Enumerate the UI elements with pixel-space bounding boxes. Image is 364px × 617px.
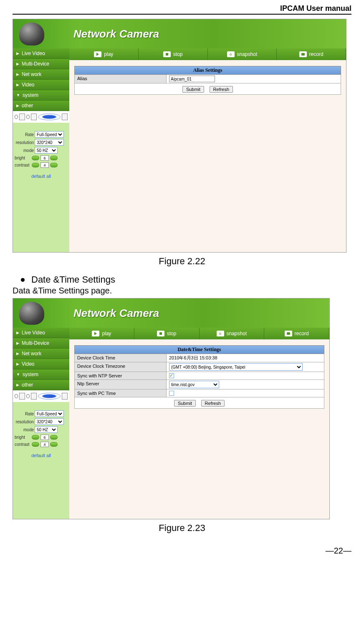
nav-other[interactable]: ▶other [13,101,69,111]
default-all-link[interactable]: default all [15,174,68,179]
nav-other[interactable]: ▶other [13,380,69,390]
snapshot-button[interactable]: snapshot [208,48,277,60]
sync-pc-row: Sync with PC Time [75,389,324,397]
play-button[interactable]: play [69,48,139,60]
ntp-server-select[interactable]: time.nist.gov [169,381,219,388]
bright-label: bright [15,156,30,160]
alias-label: Alias [75,75,167,83]
triangle-icon: ▶ [16,104,19,108]
alias-button-row: Submit Refresh [75,83,341,94]
contrast-label: contrast [15,163,30,167]
contrast-minus-icon[interactable] [32,163,39,167]
row-value-cell: (GMT +08:00) Beijing, Singapore, Taipei [167,362,324,372]
nav-label: other [22,103,33,109]
app-title: Network Camera [73,307,159,320]
figure-1-caption: Figure 2.22 [13,256,351,267]
triangle-down-icon: ▼ [16,372,20,377]
nine-view-icon [62,393,68,400]
row-value-cell [167,389,324,397]
page-number: —22— [13,546,351,556]
nav-system[interactable]: ▼system [13,90,69,101]
row-value-cell: time.nist.gov [167,380,324,389]
view-quad-radio[interactable] [26,394,30,398]
refresh-button[interactable]: Refresh [201,400,225,407]
contrast-plus-icon[interactable] [50,163,58,167]
resolution-select[interactable]: 320*240 [35,139,64,146]
stop-button[interactable]: stop [139,48,208,60]
nav-system[interactable]: ▼system [13,369,69,380]
submit-button[interactable]: Submit [174,400,196,407]
alias-row: Alias [75,75,341,83]
nav-multi-device[interactable]: ▶Multi-Device [13,59,69,69]
triangle-icon: ▶ [16,362,19,366]
bright-minus-icon[interactable] [32,156,39,160]
rate-select[interactable]: Full-Speed [35,410,64,417]
ntp-server-row: Ntp Server time.nist.gov [75,380,324,389]
triangle-icon: ▶ [16,341,19,345]
nav-video[interactable]: ▶Video [13,80,69,90]
mode-select[interactable]: 50 HZ [35,426,58,433]
resolution-select[interactable]: 320*240 [35,418,64,425]
mode-select[interactable]: 50 HZ [35,147,58,154]
row-label: Device Clock Time [75,354,167,362]
bright-plus-icon[interactable] [50,435,58,440]
contrast-minus-icon[interactable] [32,442,39,447]
record-button[interactable]: record [264,328,329,339]
rate-select[interactable]: Full-Speed [35,131,64,138]
contrast-value[interactable] [40,162,49,168]
record-icon [285,331,292,336]
figure-2-screenshot: Network Camera ▶Live Video ▶Multi-Device… [13,298,330,519]
nav-video[interactable]: ▶Video [13,359,69,369]
bright-plus-icon[interactable] [50,156,58,160]
snapshot-icon [217,331,224,336]
bright-value[interactable] [40,155,49,161]
timezone-select[interactable]: (GMT +08:00) Beijing, Singapore, Taipei [169,363,303,371]
view-quad-radio[interactable] [26,115,30,119]
nav-network[interactable]: ▶Net work [13,349,69,359]
record-label: record [295,331,309,336]
nav-network[interactable]: ▶Net work [13,69,69,80]
snapshot-button[interactable]: snapshot [200,328,265,339]
refresh-button[interactable]: Refresh [210,86,233,93]
view-nine-radio[interactable] [38,114,61,120]
single-view-icon [19,114,25,120]
stop-button[interactable]: stop [134,328,200,339]
row-value-cell [167,372,324,380]
heading-text: Date &Time Settings [31,274,115,285]
main-area: play stop snapshot record Alias Settings… [69,48,346,252]
control-panel: RateFull-Speed resolution320*240 mode50 … [13,402,69,461]
play-button[interactable]: play [69,328,134,339]
nav-live-video[interactable]: ▶Live Video [13,328,69,338]
nav-label: other [22,382,33,388]
nav-label: Net work [22,351,41,357]
resolution-label: resolution [15,420,34,424]
bright-label: bright [15,435,30,440]
toolbar: play stop snapshot record [69,48,346,60]
triangle-icon: ▶ [16,331,19,335]
contrast-plus-icon[interactable] [50,442,58,447]
alias-value-cell [167,75,341,83]
clock-time-row: Device Clock Time 2010年6月3日 15:03:38 [75,354,324,362]
view-nine-radio[interactable] [38,393,61,400]
nav-multi-device[interactable]: ▶Multi-Device [13,338,69,349]
record-button[interactable]: record [277,48,346,60]
sidebar: ▶Live Video ▶Multi-Device ▶Net work ▶Vid… [13,328,69,519]
view-single-radio[interactable] [15,115,18,119]
section-heading: Date &Time Settings [21,274,351,285]
bright-value[interactable] [40,435,49,440]
alias-input[interactable] [169,76,215,82]
sync-pc-checkbox[interactable] [169,391,174,396]
triangle-icon: ▶ [16,383,19,387]
sync-ntp-checkbox[interactable] [169,373,174,378]
contrast-label: contrast [15,442,30,447]
default-all-link[interactable]: default all [15,453,68,458]
contrast-value[interactable] [40,442,49,447]
view-single-radio[interactable] [15,394,18,398]
submit-button[interactable]: Submit [182,86,204,93]
alias-panel-title: Alias Settings [74,66,341,75]
mode-label: mode [15,427,34,432]
datetime-panel: Device Clock Time 2010年6月3日 15:03:38 Dev… [74,354,324,409]
bullet-icon [21,278,25,282]
nav-live-video[interactable]: ▶Live Video [13,48,69,59]
bright-minus-icon[interactable] [32,435,39,440]
